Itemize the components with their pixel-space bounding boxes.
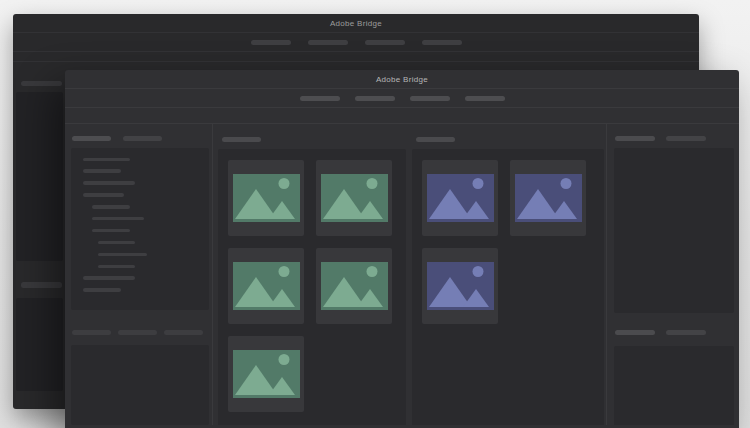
folder-item-placeholder[interactable] — [83, 181, 135, 185]
thumbnail-grid — [218, 149, 406, 425]
keywords-panel-placeholder — [614, 346, 734, 426]
image-placeholder-icon — [427, 174, 494, 222]
window-title: Adobe Bridge — [376, 75, 428, 84]
folder-item-placeholder[interactable] — [92, 205, 130, 209]
toolbar-button-placeholder[interactable] — [465, 96, 505, 101]
panel-tab-placeholder[interactable] — [118, 330, 157, 335]
metadata-panel-placeholder — [614, 148, 734, 313]
front-window-subbar — [65, 108, 739, 124]
back-window-sidebar — [16, 81, 63, 391]
panel-header-placeholder — [21, 282, 62, 288]
content-area — [213, 124, 606, 425]
image-placeholder-icon — [427, 262, 494, 310]
right-sidebar — [606, 124, 739, 425]
folder-item-placeholder[interactable] — [92, 217, 144, 221]
left-sidebar-tabs — [72, 136, 209, 141]
sidebar-panel-placeholder — [16, 298, 63, 391]
toolbar-button-placeholder[interactable] — [300, 96, 340, 101]
toolbar-button-placeholder[interactable] — [308, 40, 348, 45]
folder-tree-panel — [71, 148, 209, 310]
panel-tab-placeholder[interactable] — [72, 136, 111, 141]
folder-item-placeholder[interactable] — [83, 276, 135, 280]
toolbar-button-placeholder[interactable] — [355, 96, 395, 101]
folder-item-placeholder[interactable] — [83, 193, 124, 197]
image-placeholder-icon — [233, 174, 300, 222]
panel-tab-placeholder[interactable] — [164, 330, 203, 335]
folder-item-placeholder[interactable] — [83, 158, 130, 162]
front-window-toolbar — [65, 89, 739, 108]
panel-header-placeholder — [21, 81, 62, 86]
image-placeholder-icon — [233, 262, 300, 310]
thumbnail-card[interactable] — [510, 160, 586, 236]
thumbnail-group-green — [218, 137, 406, 425]
thumbnail-card[interactable] — [228, 336, 304, 412]
preview-panel-placeholder — [71, 345, 209, 425]
back-window-titlebar[interactable]: Adobe Bridge — [13, 14, 699, 33]
panel-tab-placeholder[interactable] — [615, 136, 655, 141]
panel-tab-placeholder[interactable] — [666, 330, 706, 335]
toolbar-button-placeholder[interactable] — [410, 96, 450, 101]
toolbar-button-placeholder[interactable] — [422, 40, 462, 45]
thumbnail-card[interactable] — [316, 248, 392, 324]
image-placeholder-icon — [321, 174, 388, 222]
front-window-body — [65, 124, 739, 425]
thumbnail-card[interactable] — [316, 160, 392, 236]
image-placeholder-icon — [515, 174, 582, 222]
right-sidebar-tabs — [615, 136, 739, 141]
folder-item-placeholder[interactable] — [92, 229, 130, 233]
thumbnail-card[interactable] — [422, 160, 498, 236]
folder-item-placeholder[interactable] — [98, 253, 147, 257]
front-window: Adobe Bridge — [65, 70, 739, 428]
panel-tab-placeholder[interactable] — [72, 330, 111, 335]
thumbnail-card[interactable] — [228, 248, 304, 324]
image-placeholder-icon — [321, 262, 388, 310]
thumbnail-card[interactable] — [422, 248, 498, 324]
back-window-toolbar — [13, 33, 699, 52]
left-sidebar — [65, 124, 213, 425]
toolbar-button-placeholder[interactable] — [251, 40, 291, 45]
folder-item-placeholder[interactable] — [98, 265, 135, 269]
folder-item-placeholder[interactable] — [98, 241, 135, 245]
front-window-titlebar[interactable]: Adobe Bridge — [65, 70, 739, 89]
thumbnail-grid — [412, 149, 604, 425]
panel-tab-placeholder[interactable] — [615, 330, 655, 335]
folder-item-placeholder[interactable] — [83, 169, 121, 173]
toolbar-button-placeholder[interactable] — [365, 40, 405, 45]
window-title: Adobe Bridge — [330, 19, 382, 28]
right-sidebar-tabs — [615, 330, 739, 335]
left-sidebar-footer-tabs — [72, 330, 209, 335]
group-header-placeholder — [222, 137, 261, 142]
sidebar-panel-placeholder — [16, 92, 63, 261]
panel-tab-placeholder[interactable] — [123, 136, 162, 141]
thumbnail-card[interactable] — [228, 160, 304, 236]
desktop-background: Adobe Bridge Adobe Bridge — [0, 0, 750, 428]
panel-tab-placeholder[interactable] — [666, 136, 706, 141]
folder-item-placeholder[interactable] — [83, 288, 121, 292]
thumbnail-group-purple — [412, 137, 604, 425]
back-window-subbar — [13, 52, 699, 62]
group-header-placeholder — [416, 137, 455, 142]
image-placeholder-icon — [233, 350, 300, 398]
